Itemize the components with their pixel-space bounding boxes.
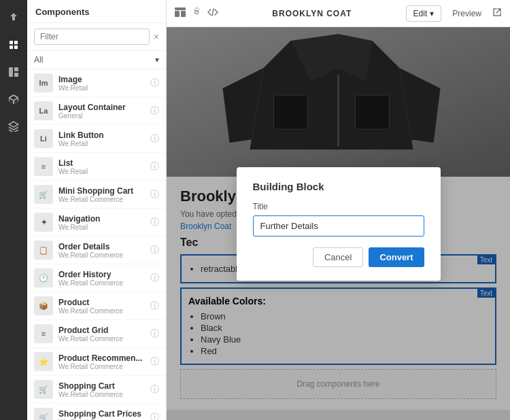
svg-rect-7 <box>175 7 186 10</box>
comp-icon-order-history: 🕐 <box>34 268 53 287</box>
comp-icon-shopping-cart: 🛒 <box>34 380 53 399</box>
external-link-icon[interactable] <box>492 7 502 19</box>
content-area: Brooklyn Coat You have opted in for emai… <box>167 27 510 420</box>
comp-info-btn-shopping-cart[interactable]: ⓘ <box>150 383 159 396</box>
all-label: All <box>34 55 43 65</box>
comp-name-shopping-cart-prices: Shopping Cart Prices <box>58 409 145 419</box>
comp-sub-mini-shopping-cart: We.Retail Commerce <box>58 196 145 203</box>
building-block-modal: Building Block Title Cancel Convert <box>237 167 441 281</box>
comp-info-btn-list[interactable]: ⓘ <box>150 160 159 173</box>
filter-input[interactable] <box>34 29 150 45</box>
all-dropdown[interactable]: All ▾ <box>27 51 166 69</box>
comp-info-btn-product-recommendations[interactable]: ⓘ <box>150 355 159 368</box>
icon-bar <box>0 0 27 420</box>
top-bar: BROOKLYN COAT Edit ▾ Preview <box>167 0 510 27</box>
modal-actions: Cancel Convert <box>253 247 424 267</box>
svg-rect-5 <box>14 67 18 71</box>
comp-sub-list: We.Retail <box>58 168 145 175</box>
comp-icon-link-button: Li <box>34 129 53 148</box>
svg-rect-8 <box>175 11 180 17</box>
comp-name-link-button: Link Button <box>58 130 145 140</box>
component-item-list[interactable]: ≡ List We.Retail ⓘ <box>27 153 166 181</box>
comp-sub-product-grid: We.Retail Commerce <box>58 335 145 343</box>
chevron-down-icon: ▾ <box>430 9 434 18</box>
comp-icon-product-grid: ≡ <box>34 324 53 343</box>
component-item-navigation[interactable]: ✦ Navigation We.Retail ⓘ <box>27 209 166 237</box>
comp-icon-mini-shopping-cart: 🛒 <box>34 185 53 204</box>
title-field-label: Title <box>253 202 424 211</box>
svg-rect-2 <box>10 46 13 49</box>
comp-icon-shopping-cart-prices: 🛒 <box>34 408 53 420</box>
code-icon[interactable] <box>207 7 218 20</box>
comp-info-btn-product[interactable]: ⓘ <box>150 300 159 312</box>
filter-row: × <box>27 23 166 51</box>
component-item-link-button[interactable]: Li Link Button We.Retail ⓘ <box>27 125 166 153</box>
component-item-layout-container[interactable]: La Layout Container General ⓘ <box>27 97 166 125</box>
edit-button[interactable]: Edit ▾ <box>406 5 442 22</box>
edit-tools-icon[interactable] <box>1 33 26 57</box>
comp-info-btn-layout-container[interactable]: ⓘ <box>150 105 159 117</box>
svg-rect-0 <box>10 41 13 44</box>
comp-icon-product-recommendations: ⭐ <box>34 352 53 371</box>
component-item-product[interactable]: 📦 Product We.Retail Commerce ⓘ <box>27 292 166 320</box>
component-item-shopping-cart[interactable]: 🛒 Shopping Cart We.Retail Commerce ⓘ <box>27 376 166 404</box>
layers-icon[interactable] <box>1 114 26 139</box>
filter-clear-button[interactable]: × <box>154 31 159 42</box>
comp-sub-link-button: We.Retail <box>58 140 145 147</box>
comp-icon-order-details: 📋 <box>34 241 53 260</box>
modal-title: Building Block <box>253 181 424 192</box>
cancel-button[interactable]: Cancel <box>313 247 363 267</box>
component-item-mini-shopping-cart[interactable]: 🛒 Mini Shopping Cart We.Retail Commerce … <box>27 181 166 209</box>
component-item-order-details[interactable]: 📋 Order Details We.Retail Commerce ⓘ <box>27 237 166 264</box>
component-item-product-recommendations[interactable]: ⭐ Product Recommen... We.Retail Commerce… <box>27 348 166 376</box>
svg-rect-1 <box>14 41 18 44</box>
component-item-product-grid[interactable]: ≡ Product Grid We.Retail Commerce ⓘ <box>27 320 166 348</box>
comp-info-btn-shopping-cart-prices[interactable]: ⓘ <box>150 411 159 420</box>
comp-icon-layout-container: La <box>34 101 53 120</box>
comp-info-btn-order-history[interactable]: ⓘ <box>150 272 159 284</box>
convert-button[interactable]: Convert <box>369 247 424 267</box>
preview-button[interactable]: Preview <box>447 6 487 21</box>
settings-icon[interactable] <box>191 7 202 20</box>
comp-name-product-recommendations: Product Recommen... <box>58 353 145 363</box>
svg-rect-3 <box>14 46 18 49</box>
component-sidebar-icon[interactable] <box>1 60 26 84</box>
top-bar-right: Edit ▾ Preview <box>406 5 502 22</box>
comp-name-mini-shopping-cart: Mini Shopping Cart <box>58 186 145 196</box>
title-input[interactable] <box>253 215 424 237</box>
comp-info-btn-navigation[interactable]: ⓘ <box>150 216 159 228</box>
comp-icon-navigation: ✦ <box>34 213 53 232</box>
component-list: Im Image We.Retail ⓘ La Layout Container… <box>27 69 166 420</box>
comp-name-image: Image <box>58 75 145 84</box>
comp-name-order-details: Order Details <box>58 242 145 251</box>
component-item-order-history[interactable]: 🕐 Order History We.Retail Commerce ⓘ <box>27 264 166 292</box>
box-icon[interactable] <box>1 87 26 111</box>
comp-info-btn-link-button[interactable]: ⓘ <box>150 133 159 145</box>
panel-title: Components <box>27 0 166 23</box>
comp-name-navigation: Navigation <box>58 214 145 224</box>
comp-name-order-history: Order History <box>58 270 145 279</box>
comp-name-list: List <box>58 158 145 168</box>
component-item-image[interactable]: Im Image We.Retail ⓘ <box>27 69 166 97</box>
chevron-down-icon: ▾ <box>155 55 159 65</box>
comp-sub-product-recommendations: We.Retail Commerce <box>58 363 145 370</box>
svg-rect-9 <box>181 11 186 17</box>
modal-overlay: Building Block Title Cancel Convert <box>167 27 510 420</box>
comp-sub-shopping-cart: We.Retail Commerce <box>58 391 145 398</box>
top-bar-left <box>175 7 218 20</box>
comp-info-btn-image[interactable]: ⓘ <box>150 77 159 89</box>
share-icon[interactable] <box>1 5 26 30</box>
comp-icon-image: Im <box>34 73 53 92</box>
layout-icon[interactable] <box>175 7 186 20</box>
comp-name-product-grid: Product Grid <box>58 326 145 335</box>
comp-icon-list: ≡ <box>34 157 53 176</box>
comp-info-btn-order-details[interactable]: ⓘ <box>150 244 159 256</box>
comp-name-product: Product <box>58 298 145 307</box>
comp-name-layout-container: Layout Container <box>58 103 145 112</box>
comp-sub-layout-container: General <box>58 112 145 120</box>
comp-sub-order-details: We.Retail Commerce <box>58 251 145 259</box>
comp-info-btn-mini-shopping-cart[interactable]: ⓘ <box>150 188 159 200</box>
comp-name-shopping-cart: Shopping Cart <box>58 381 145 391</box>
component-item-shopping-cart-prices[interactable]: 🛒 Shopping Cart Prices We.Retail Commerc… <box>27 404 166 420</box>
comp-info-btn-product-grid[interactable]: ⓘ <box>150 328 159 340</box>
